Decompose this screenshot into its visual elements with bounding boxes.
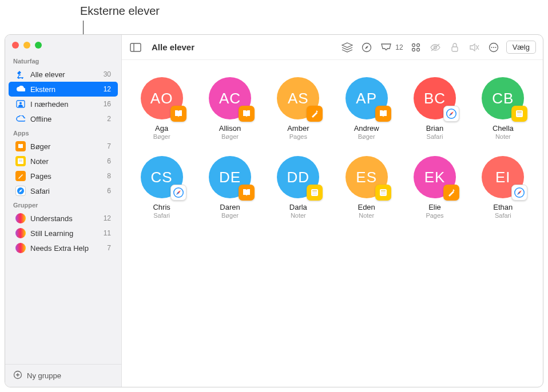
inbox-icon[interactable] xyxy=(379,41,393,54)
student-card[interactable]: CSChrisSafari xyxy=(133,156,190,219)
sidebar-item-label: Needs Extra Help xyxy=(30,244,102,253)
student-card[interactable]: EIEthanSafari xyxy=(475,156,531,219)
sidebar-item[interactable]: Noter6 xyxy=(9,154,118,169)
sidebar-item[interactable]: Offline2 xyxy=(9,111,118,126)
sidebar-toggle-icon[interactable] xyxy=(129,41,142,54)
student-name: Ethan xyxy=(493,203,513,211)
student-initials: DE xyxy=(219,169,241,186)
zoom-window-button[interactable] xyxy=(35,42,42,49)
sidebar-item-count: 6 xyxy=(107,187,111,195)
sidebar-item[interactable]: Needs Extra Help7 xyxy=(9,241,118,255)
compass-icon[interactable] xyxy=(360,41,374,54)
minimize-window-button[interactable] xyxy=(23,42,30,49)
new-group-button[interactable]: Ny gruppe xyxy=(5,364,121,387)
student-grid: AOAgaBøgerACAllisonBøgerASAmberPagesAPAn… xyxy=(122,60,543,236)
callout-line xyxy=(83,21,84,35)
sidebar-item[interactable]: I nærheden16 xyxy=(9,97,118,111)
student-app-label: Safari xyxy=(427,133,443,140)
student-app-label: Pages xyxy=(289,133,307,140)
student-avatar: AO xyxy=(141,77,183,119)
sidebar-item[interactable]: Safari6 xyxy=(9,183,118,198)
student-card[interactable]: DEDarenBøger xyxy=(201,156,258,219)
sidebar-item-count: 7 xyxy=(107,244,111,252)
student-name: Elie xyxy=(428,203,441,211)
more-icon[interactable] xyxy=(487,41,501,54)
sidebar-item-icon xyxy=(15,69,26,79)
lock-icon[interactable] xyxy=(448,41,462,54)
select-button[interactable]: Vælg xyxy=(506,41,536,54)
close-window-button[interactable] xyxy=(12,42,19,49)
sidebar-item-icon xyxy=(15,228,26,238)
student-app-label: Noter xyxy=(291,212,306,219)
page-title: Alle elever xyxy=(152,42,194,52)
student-card[interactable]: EKEliePages xyxy=(406,156,463,219)
plus-circle-icon xyxy=(13,370,22,381)
sidebar-item-icon xyxy=(15,186,26,196)
student-card[interactable]: ASAmberPages xyxy=(270,77,327,140)
sidebar-item[interactable]: Alle elever30 xyxy=(9,67,118,82)
student-card[interactable]: ESEdenNoter xyxy=(338,156,395,219)
sidebar-item-icon xyxy=(15,156,26,166)
student-name: Daren xyxy=(220,203,240,211)
student-initials: AO xyxy=(150,90,173,107)
student-app-label: Safari xyxy=(495,212,511,219)
student-card[interactable]: AOAgaBøger xyxy=(133,77,190,140)
grid-icon[interactable] xyxy=(409,41,423,54)
student-app-label: Bøger xyxy=(153,133,170,140)
student-card[interactable]: APAndrewBøger xyxy=(338,77,395,140)
sidebar-section-header: Grupper xyxy=(5,198,121,211)
student-avatar: CB xyxy=(482,77,524,119)
student-avatar: AP xyxy=(346,77,388,119)
student-app-badge xyxy=(307,106,323,122)
main-area: Alle elever 12 xyxy=(122,35,543,387)
sidebar-item-label: Understands xyxy=(30,214,99,223)
sidebar-item[interactable]: Bøger7 xyxy=(9,139,118,154)
student-card[interactable]: ACAllisonBøger xyxy=(201,77,258,140)
student-avatar: BC xyxy=(414,77,456,119)
inbox-count: 12 xyxy=(395,43,403,51)
sidebar-section-header: Naturfag xyxy=(5,54,121,67)
sidebar-item-label: Pages xyxy=(30,172,102,181)
sidebar-item-count: 7 xyxy=(107,142,111,150)
sidebar-item[interactable]: Ekstern12 xyxy=(9,82,118,97)
sidebar-item[interactable]: Still Learning11 xyxy=(9,226,118,241)
student-name: Eden xyxy=(358,203,375,211)
sidebar-item-count: 2 xyxy=(107,115,111,123)
eye-off-icon[interactable] xyxy=(428,41,442,54)
svg-point-19 xyxy=(416,48,419,51)
student-avatar: EI xyxy=(482,156,524,198)
student-app-badge xyxy=(443,106,459,122)
student-name: Brian xyxy=(426,124,443,133)
sidebar-item-icon xyxy=(15,213,26,223)
sidebar-item[interactable]: Pages8 xyxy=(9,169,118,183)
app-window: NaturfagAlle elever30Ekstern12I nærheden… xyxy=(5,34,543,387)
student-avatar: EK xyxy=(414,156,456,198)
student-app-label: Pages xyxy=(426,212,443,219)
stack-icon[interactable] xyxy=(340,41,354,54)
student-app-label: Bøger xyxy=(221,133,239,140)
sidebar-item-count: 16 xyxy=(104,100,111,108)
student-avatar: AS xyxy=(277,77,319,119)
svg-marker-23 xyxy=(470,44,475,51)
student-app-badge xyxy=(307,185,323,201)
student-app-label: Bøger xyxy=(221,212,239,219)
sidebar: NaturfagAlle elever30Ekstern12I nærheden… xyxy=(5,35,122,387)
student-avatar: DD xyxy=(277,156,319,198)
mute-icon[interactable] xyxy=(467,41,481,54)
svg-point-27 xyxy=(491,47,492,48)
student-initials: AC xyxy=(219,90,241,107)
student-app-badge xyxy=(239,185,255,201)
sidebar-item-icon xyxy=(15,141,26,151)
student-app-badge xyxy=(375,106,391,122)
sidebar-item-icon xyxy=(15,114,26,124)
student-card[interactable]: DDDarlaNoter xyxy=(270,156,327,219)
sidebar-item-count: 12 xyxy=(104,214,111,222)
student-initials: ES xyxy=(356,169,377,186)
student-app-badge xyxy=(170,185,186,201)
student-name: Darla xyxy=(289,203,307,211)
sidebar-item-label: Ekstern xyxy=(30,85,99,94)
sidebar-item-count: 6 xyxy=(107,157,111,165)
student-card[interactable]: CBChellaNoter xyxy=(475,77,531,140)
sidebar-item[interactable]: Understands12 xyxy=(9,211,118,226)
student-card[interactable]: BCBrianSafari xyxy=(406,77,463,140)
